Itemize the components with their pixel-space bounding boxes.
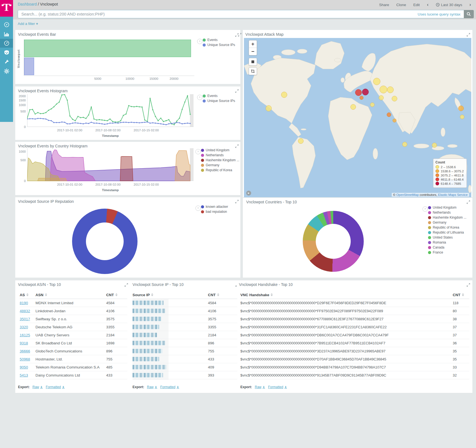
lucene-syntax-link[interactable]: Uses lucene query syntax xyxy=(418,12,460,16)
edit-button[interactable]: Edit xyxy=(413,3,420,7)
breadcrumb-dashboard-link[interactable]: Dashboard xyxy=(18,2,37,6)
export-raw-link[interactable]: Raw xyxy=(147,385,157,389)
legend-item[interactable]: United Kingdom xyxy=(428,206,466,209)
legend-item[interactable]: Netherlands xyxy=(428,211,466,214)
expand-icon[interactable] xyxy=(467,33,470,37)
bar-unique-source-ips[interactable] xyxy=(24,58,34,75)
telekom-logo[interactable]: T xyxy=(0,0,13,17)
as-number-link[interactable]: 35017 xyxy=(20,317,30,321)
column-header[interactable]: AS xyxy=(20,293,35,297)
legend-item[interactable]: Unique Source IPs xyxy=(203,43,235,47)
legend-item[interactable]: bad reputation xyxy=(201,210,228,214)
column-header[interactable]: CNT xyxy=(208,293,239,297)
sidebar-item-management[interactable] xyxy=(0,66,13,76)
as-number-link[interactable]: 36666 xyxy=(20,349,30,353)
attack-bubble[interactable] xyxy=(458,106,464,111)
elastic-maps-service-link[interactable]: Elastic Maps Service xyxy=(438,193,468,196)
time-forward-chevron[interactable]: › xyxy=(469,2,471,7)
attack-bubble[interactable] xyxy=(370,103,375,107)
legend-item[interactable]: Germany xyxy=(201,163,239,167)
legend-item[interactable]: Republic of Korea xyxy=(428,226,466,229)
legend-item[interactable]: France xyxy=(428,250,466,254)
search-input[interactable] xyxy=(18,12,418,16)
legend-toggle-icon[interactable]: › xyxy=(195,149,201,154)
as-number-link[interactable]: 50968 xyxy=(20,357,30,361)
map-draw-rectangle-button[interactable] xyxy=(249,68,257,75)
legend-item[interactable]: Events xyxy=(203,38,235,42)
as-number-link[interactable]: 5413 xyxy=(20,373,28,377)
attack-bubble[interactable] xyxy=(393,119,396,122)
column-header[interactable]: VNC Handshake xyxy=(240,293,453,297)
map-zoom-out-button[interactable]: − xyxy=(249,48,257,55)
attack-bubble[interactable] xyxy=(432,143,437,148)
attack-bubble[interactable] xyxy=(298,138,304,144)
export-formatted-link[interactable]: Formatted xyxy=(268,385,287,389)
time-back-chevron[interactable]: ‹ xyxy=(427,2,429,7)
sidebar-item-discover[interactable] xyxy=(0,20,13,29)
legend-item[interactable]: Romania xyxy=(428,240,466,244)
map-attribution-toggle[interactable]: ▸ xyxy=(246,191,251,196)
expand-icon[interactable] xyxy=(467,283,470,287)
sidebar-item-dev-tools[interactable] xyxy=(0,57,13,66)
export-raw-link[interactable]: Raw xyxy=(32,385,43,389)
attack-bubble[interactable] xyxy=(379,95,384,100)
as-number-link[interactable]: 48832 xyxy=(20,309,30,313)
share-button[interactable]: Share xyxy=(379,3,389,7)
sidebar-item-dashboard[interactable] xyxy=(0,39,13,48)
map-zoom-in-button[interactable]: + xyxy=(249,40,257,48)
bar-events[interactable] xyxy=(24,40,191,57)
attack-bubble[interactable] xyxy=(460,115,464,119)
legend-item[interactable]: Unique Source IPs xyxy=(203,99,235,103)
attack-bubble[interactable] xyxy=(362,89,369,95)
add-filter-button[interactable]: Add a filter + xyxy=(18,22,38,26)
legend-item[interactable]: Hashemite Kingdom ... xyxy=(428,216,466,219)
attack-bubble[interactable] xyxy=(380,86,387,93)
attack-bubble[interactable] xyxy=(360,96,363,100)
attack-bubble[interactable] xyxy=(392,96,397,101)
column-header[interactable]: CNT xyxy=(453,293,469,297)
expand-icon[interactable] xyxy=(238,33,241,37)
as-number-link[interactable]: 3320 xyxy=(20,325,28,329)
legend-toggle-icon[interactable]: › xyxy=(195,206,201,211)
as-number-link[interactable]: 9050 xyxy=(20,365,28,369)
attack-bubble[interactable] xyxy=(387,112,391,117)
expand-icon[interactable] xyxy=(124,283,128,287)
legend-item[interactable]: Germany xyxy=(428,221,466,224)
as-number-link[interactable]: 9318 xyxy=(20,341,28,345)
legend-toggle-icon[interactable]: › xyxy=(197,39,202,44)
legend-item[interactable]: Netherlands xyxy=(201,153,239,157)
attack-bubble[interactable] xyxy=(350,104,356,110)
expand-icon[interactable] xyxy=(235,200,239,203)
legend-item[interactable]: Hashemite Kingdom ... xyxy=(201,158,239,162)
legend-item[interactable]: Events xyxy=(203,94,235,98)
sidebar-item-visualize[interactable] xyxy=(0,29,13,39)
expand-icon[interactable] xyxy=(467,200,470,204)
legend-item[interactable]: Republic of Lithuania xyxy=(428,231,466,234)
attack-map[interactable]: + − Count 2 – 1538.61538.6 – 3075.23075.… xyxy=(244,38,471,197)
expand-icon[interactable] xyxy=(235,144,239,148)
attack-bubble[interactable] xyxy=(281,92,287,98)
legend-item[interactable]: United Kingdom xyxy=(201,148,239,152)
legend-toggle-icon[interactable]: › xyxy=(197,95,202,100)
as-number-link[interactable]: 16125 xyxy=(20,333,30,337)
legend-toggle-icon[interactable]: › xyxy=(422,206,428,212)
openstreetmap-link[interactable]: OpenStreetMap xyxy=(396,193,419,196)
clone-button[interactable]: Clone xyxy=(396,3,406,7)
attack-bubble[interactable] xyxy=(387,86,394,93)
attack-bubble[interactable] xyxy=(373,78,380,85)
legend-item[interactable]: United States xyxy=(428,235,466,239)
time-range-picker[interactable]: Last 30 days xyxy=(436,3,462,7)
attack-bubble[interactable] xyxy=(402,142,407,147)
column-header[interactable]: ASN xyxy=(35,293,106,297)
export-raw-link[interactable]: Raw xyxy=(255,385,265,389)
attack-bubble[interactable] xyxy=(266,105,272,111)
search-button[interactable] xyxy=(464,10,474,18)
export-formatted-link[interactable]: Formatted xyxy=(46,385,65,389)
sidebar-item-timelion[interactable] xyxy=(0,48,13,57)
legend-item[interactable]: Republic of Korea xyxy=(201,168,239,172)
column-header[interactable]: Source IP xyxy=(133,293,208,297)
expand-icon[interactable] xyxy=(235,89,239,93)
column-header[interactable]: CNT xyxy=(106,293,127,297)
export-formatted-link[interactable]: Formatted xyxy=(160,385,179,389)
map-fit-button[interactable] xyxy=(249,58,257,65)
